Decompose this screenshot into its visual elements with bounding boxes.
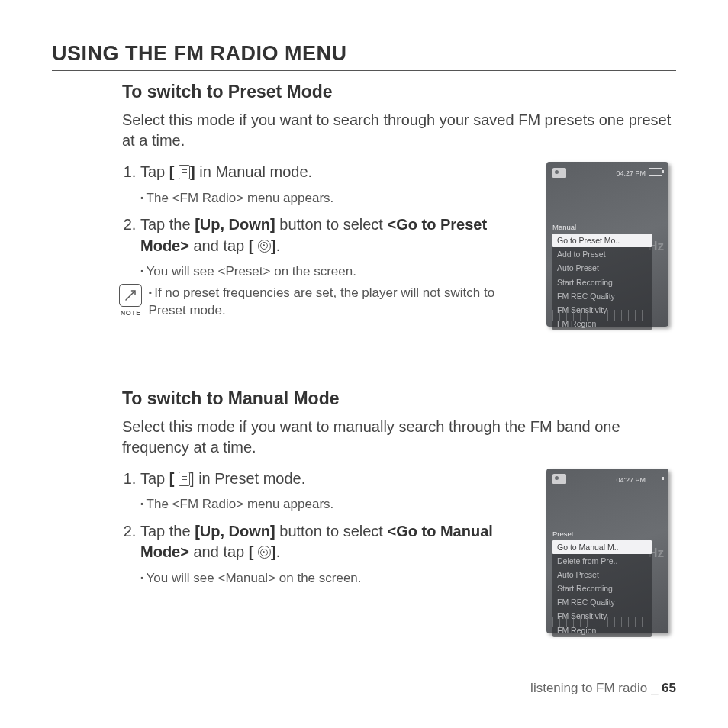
device-mode-label: Manual	[552, 223, 576, 231]
step-text: Tap	[140, 470, 169, 487]
menu-icon	[179, 472, 190, 486]
device-mode-label: Preset	[552, 530, 573, 538]
radio-icon	[552, 168, 566, 178]
device-menu-item: Delete from Pre..	[552, 554, 652, 568]
section2-step1-sub: The <FM Radio> menu appears.	[140, 495, 533, 513]
section1-step1-sub: The <FM Radio> menu appears.	[140, 189, 533, 207]
step-text: Tap	[140, 163, 169, 180]
section2-heading: To switch to Manual Mode	[122, 388, 676, 409]
footer-section: listening to FM radio _	[530, 681, 662, 695]
device-screenshot-preset: 04:27 PM Manual Hz Go to Preset Mo.. Add…	[546, 162, 668, 327]
step-text: .	[276, 543, 281, 560]
device-menu-item: Go to Preset Mo..	[552, 234, 652, 247]
battery-icon	[649, 168, 662, 176]
step-text: ] in Preset mode.	[190, 470, 305, 487]
section1-step2-sub: You will see <Preset> on the screen.	[140, 263, 533, 280]
step-text: and tap	[189, 237, 249, 254]
bracket-open: [	[169, 163, 175, 180]
page-number: 65	[662, 681, 676, 695]
menu-icon	[179, 165, 190, 179]
device-menu-item: Add to Preset	[552, 247, 652, 261]
device-menu-item: Auto Preset	[552, 568, 652, 581]
section2-step2: Tap the [Up, Down] button to select <Go …	[140, 521, 533, 588]
radio-icon	[552, 474, 566, 484]
bracket-close: ]	[271, 543, 276, 560]
section1-step2: Tap the [Up, Down] button to select <Go …	[140, 214, 533, 320]
battery-icon	[649, 475, 662, 482]
select-icon	[258, 240, 271, 253]
step-text: .	[276, 237, 281, 254]
page-title: USING THE FM RADIO MENU	[52, 42, 676, 71]
device-menu-item: Start Recording	[552, 581, 652, 595]
section2-step1: Tap [ ] in Preset mode. The <FM Radio> m…	[140, 469, 533, 514]
device-time: 04:27 PM	[616, 476, 646, 484]
device-menu-item: FM REC Quality	[552, 289, 652, 303]
bracket-open: [	[249, 237, 254, 254]
step-text: button to select	[275, 216, 388, 233]
device-time: 04:27 PM	[616, 169, 646, 177]
note-text: If no preset frequencies are set, the pl…	[149, 284, 533, 320]
page-footer: listening to FM radio _ 65	[530, 681, 676, 696]
bracket-close: ]	[271, 237, 276, 254]
bracket-close: ]	[190, 163, 195, 180]
frequency-scale	[552, 617, 662, 627]
step-text: Tap the	[140, 216, 195, 233]
note-icon: NOTE	[119, 284, 143, 317]
device-screenshot-manual: 04:27 PM Preset Hz Go to Manual M.. Dele…	[546, 469, 668, 633]
updown-label: [Up, Down]	[195, 523, 275, 540]
step-text: and tap	[189, 543, 249, 560]
section1-step1: Tap [ ] in Manual mode. The <FM Radio> m…	[140, 162, 533, 207]
select-icon	[258, 546, 271, 559]
bracket-open: [	[249, 543, 254, 560]
updown-label: [Up, Down]	[195, 216, 275, 233]
device-menu-item: Start Recording	[552, 275, 652, 289]
step-text: Tap the	[140, 523, 195, 540]
section2-step2-sub: You will see <Manual> on the screen.	[140, 569, 533, 587]
frequency-scale	[552, 310, 662, 321]
device-menu-item: FM REC Quality	[552, 595, 652, 609]
bracket-open: [	[169, 470, 175, 487]
step-text: button to select	[275, 523, 388, 540]
device-menu-item: Go to Manual M..	[552, 540, 652, 554]
device-menu-item: Auto Preset	[552, 261, 652, 275]
section2-intro: Select this mode if you want to manually…	[122, 417, 676, 458]
section1-intro: Select this mode if you want to search t…	[122, 110, 676, 151]
note-label: NOTE	[121, 308, 141, 317]
section1-heading: To switch to Preset Mode	[122, 82, 676, 102]
step-text: in Manual mode.	[195, 163, 312, 180]
